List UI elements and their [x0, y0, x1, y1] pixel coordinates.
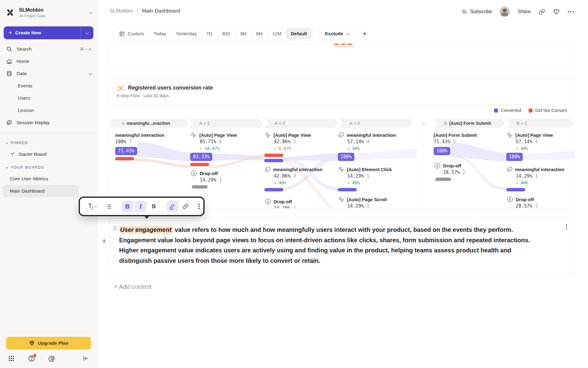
date-tab-default[interactable]: Default — [286, 28, 312, 39]
purple-bar — [338, 188, 357, 191]
event-name: [Auto] Page View — [515, 132, 553, 138]
event-name: meaningful interaction — [115, 132, 164, 138]
workspace-subtitle: All Project Data — [19, 14, 86, 18]
avatar[interactable] — [500, 7, 510, 17]
node-stats: 100%7 — [115, 138, 188, 145]
favorite-heart-icon[interactable] — [553, 8, 560, 15]
sidebar-item-main-dashboard[interactable]: Main Dashboard — [3, 185, 79, 197]
date-tab-30d[interactable]: 30D — [217, 28, 235, 39]
drag-handle-icon[interactable] — [113, 227, 117, 230]
step-header-1[interactable]: Ameaningfu...eraction — [111, 119, 188, 128]
apps-grid-icon[interactable] — [7, 355, 15, 362]
sidebar-item-home[interactable]: Home — [0, 55, 97, 67]
event-node[interactable]: meaningful interaction100%771.43% — [115, 132, 188, 160]
date-tab-custom[interactable]: Custom — [114, 28, 149, 39]
share-button[interactable]: Share — [518, 9, 531, 14]
chevron-down-icon — [89, 71, 92, 75]
step-header-5[interactable]: B[Auto] Form Submit — [434, 119, 505, 128]
node-stats: 14.29%1 — [274, 205, 337, 209]
link-button[interactable] — [180, 201, 191, 212]
text-style-button[interactable]: T2 — [84, 201, 101, 212]
date-range-bar: CustomTodayYesterday7D30D3M6M12MDefault … — [113, 27, 368, 40]
event-name: Drop-off — [200, 171, 218, 176]
upgrade-plan-button[interactable]: Upgrade Plan — [6, 337, 91, 350]
sidebar-item-lexicon[interactable]: Lexicon — [0, 104, 97, 117]
note-card[interactable]: User engagement value refers to how much… — [110, 218, 575, 274]
step-header-2[interactable]: A + 1 — [189, 119, 264, 128]
flow-chart-card[interactable]: Registered users conversion rate 6-step … — [110, 78, 575, 209]
note-options-icon[interactable] — [564, 222, 569, 232]
breadcrumb-workspace[interactable]: SLMobbin — [110, 8, 133, 14]
date-tab-today[interactable]: Today — [149, 28, 171, 39]
date-tab-12m[interactable]: 12M — [268, 28, 286, 39]
step-header-6[interactable]: B + 1 — [506, 119, 574, 128]
sidebar-item-events[interactable]: Events — [0, 80, 97, 92]
sidebar-item-starter-board[interactable]: Starter Board — [3, 148, 79, 160]
gray-bar — [435, 178, 451, 181]
event-node[interactable]: meaningful interaction42.86%3↑ 40% — [264, 166, 337, 191]
drop-off-icon — [264, 198, 272, 205]
event-name: [Auto] Form Submit — [434, 132, 477, 138]
workspace-switcher[interactable]: SLMobbin All Project Data — [0, 0, 97, 20]
search-shortcut: ⌘ + K — [80, 47, 92, 52]
purple-bar — [264, 188, 283, 191]
create-new-dropdown[interactable] — [81, 26, 93, 39]
highlight-button[interactable] — [167, 201, 178, 212]
date-tab-7d[interactable]: 7D — [202, 28, 217, 39]
insert-block-button[interactable]: + — [100, 236, 108, 246]
date-tab-3m[interactable]: 3M — [235, 28, 251, 39]
pinned-section-header[interactable]: PINNED — [0, 138, 97, 148]
sidebar-item-search[interactable]: Search ⌘ + K — [0, 43, 97, 55]
legend-did-not-convert[interactable]: Did Not Convert — [529, 108, 567, 113]
bold-button[interactable]: B — [122, 201, 133, 212]
exclude-button[interactable]: Exclude — [319, 27, 354, 40]
text-format-toolbar: T2 B I S — [79, 197, 205, 216]
italic-button[interactable]: I — [135, 201, 146, 212]
sidebar-item-core-user-metrics[interactable]: Core User Metrics — [3, 173, 79, 185]
event-node[interactable]: [Auto] Page View42.86%3↓ 6.67% — [264, 132, 337, 162]
settings-gear-icon[interactable] — [48, 355, 56, 362]
dropoff-node[interactable]: Drop-off28.57%2 — [506, 196, 575, 209]
date-tab-yesterday[interactable]: Yesterday — [171, 28, 201, 39]
event-node[interactable]: meaningful interaction57.14%4↑ 40%100% — [338, 132, 411, 161]
subscribe-button[interactable]: Subscribe — [461, 9, 492, 15]
dropoff-node[interactable]: Drop-off28.57%2 — [434, 162, 507, 181]
chevron-down-icon — [346, 32, 349, 35]
sidebar-item-data[interactable]: Data — [0, 67, 97, 80]
help-icon[interactable] — [28, 355, 36, 362]
more-options-icon[interactable] — [568, 11, 574, 12]
legend-swatch-did-not-convert — [529, 109, 533, 113]
node-stats: 28.57%2 — [443, 169, 507, 176]
event-name: meaningful interaction — [347, 132, 396, 138]
sidebar-item-session-replay[interactable]: Session Replay — [0, 117, 97, 129]
bullet-list-button[interactable] — [103, 201, 115, 212]
step-header-4[interactable]: A + 3 — [339, 119, 413, 128]
strikethrough-button[interactable]: S — [148, 201, 160, 212]
add-content-button[interactable]: + Add content — [114, 283, 152, 290]
sidebar-item-users[interactable]: Users — [0, 92, 97, 104]
legend-converted[interactable]: Converted — [494, 108, 521, 113]
main-area: SLMobbin / Main Dashboard Subscribe Shar… — [97, 0, 588, 368]
event-node[interactable]: [Auto] Page View57.14%4↑ 40%100% — [506, 132, 575, 161]
event-node[interactable]: meaningful interaction14.29%1↑ 40% — [506, 166, 575, 191]
date-tab-6m[interactable]: 6M — [251, 28, 267, 39]
custom-event-icon — [338, 132, 345, 138]
custom-event-icon — [506, 166, 513, 173]
event-node[interactable]: [Auto] Form Submit71.43%5100% — [434, 132, 507, 155]
event-node[interactable]: [Auto] Page Scroll14.29%1 — [338, 196, 411, 209]
step-header-3[interactable]: A + 2 — [264, 119, 338, 128]
dropoff-node[interactable]: Drop-off14.29%1 — [190, 170, 263, 189]
drop-off-icon — [190, 170, 198, 177]
create-new-button[interactable]: + Create New — [4, 26, 93, 39]
add-date-range-button[interactable]: + — [361, 29, 368, 38]
your-boards-section-header[interactable]: YOUR BOARDS — [0, 162, 97, 173]
collapse-sidebar-icon[interactable] — [82, 355, 90, 362]
toolbar-more-icon[interactable] — [198, 204, 200, 209]
plus-icon: + — [9, 30, 12, 36]
event-node[interactable]: [Auto] Element Click14.29%1↑ 40% — [338, 166, 411, 191]
copy-link-icon[interactable] — [539, 9, 545, 15]
dropoff-node[interactable]: Drop-off14.29%1 — [264, 198, 337, 209]
calendar-icon — [119, 31, 125, 37]
event-node[interactable]: [Auto] Page View85.71%6↑ 16.67%83.33% — [190, 132, 263, 166]
note-text[interactable]: User engagement value refers to how much… — [119, 225, 543, 266]
